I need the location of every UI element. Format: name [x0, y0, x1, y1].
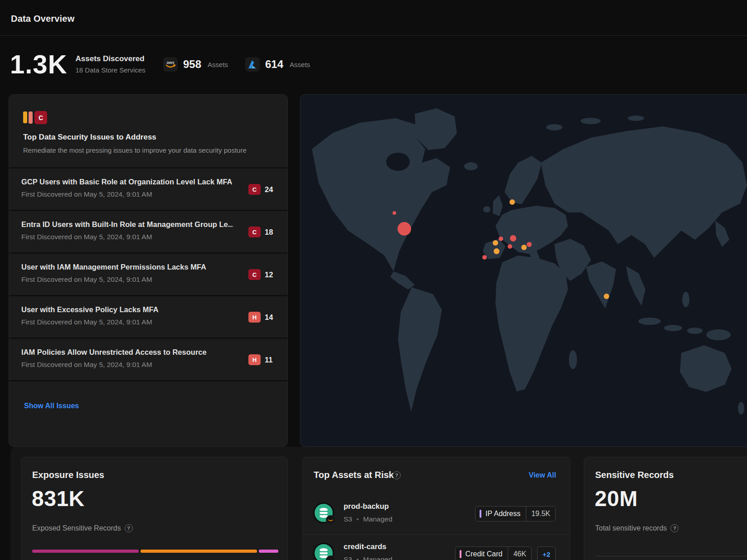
exposure-card-title: Exposure Issues [32, 470, 104, 480]
datastore-icon [313, 543, 334, 560]
severity-badge: C [248, 227, 261, 237]
issue-first-discovered: First Discovered on May 5, 2024, 9:01 AM [21, 318, 233, 326]
issue-first-discovered: First Discovered on May 5, 2024, 9:01 AM [21, 361, 233, 369]
map-location-dot[interactable] [398, 222, 411, 236]
azure-assets-count: 614 [265, 58, 283, 71]
issue-title: IAM Policies Allow Unrestricted Access t… [21, 348, 233, 357]
severity-stack-icon: C [23, 111, 50, 125]
map-location-dot[interactable] [509, 199, 515, 205]
more-classifications-chip[interactable]: +2 [537, 546, 556, 560]
issue-count: 11 [265, 356, 272, 364]
map-location-dot[interactable] [494, 248, 500, 254]
chip-count: 19.5K [526, 507, 555, 521]
aws-assets-count: 958 [183, 58, 201, 71]
issue-texts: GCP Users with Basic Role at Organizatio… [21, 178, 233, 198]
sensitive-card-title: Sensitive Records [595, 470, 674, 480]
world-map [301, 95, 747, 447]
map-location-dot[interactable] [510, 235, 516, 241]
aws-assets-unit: Assets [208, 61, 228, 68]
view-all-link[interactable]: View All [529, 471, 556, 479]
help-icon[interactable] [125, 524, 133, 532]
map-location-dot[interactable] [604, 294, 609, 299]
aws-provider-badge-icon [326, 555, 335, 560]
aws-icon: aws [163, 57, 178, 72]
map-location-dot[interactable] [527, 242, 532, 247]
issue-count: 24 [265, 185, 273, 194]
classification-chip[interactable]: IP Address19.5K [475, 506, 556, 521]
azure-assets-unit: Assets [290, 61, 310, 68]
assets-discovered-stat: 1.3K Assets Discovered 18 Data Store Ser… [10, 49, 146, 79]
exposure-bar-segment [32, 550, 139, 553]
issue-row[interactable]: Entra ID Users with Built-In Role at Man… [9, 211, 287, 252]
issue-texts: User with IAM Management Permissions Lac… [21, 263, 233, 284]
data-overview-page: { "header": { "title": "Data Overview" }… [0, 0, 747, 560]
top-assets-at-risk-card: Top Assets at Risk View All prod-backupS… [302, 457, 570, 560]
asset-name: prod-backup [344, 502, 389, 511]
chip-label: IP Address [481, 510, 526, 518]
datastore-icon [313, 502, 334, 523]
issues-card-footer: Show All Issues [9, 381, 287, 447]
exposure-value: 831K [32, 486, 85, 511]
page-title: Data Overview [11, 14, 74, 24]
azure-icon [245, 57, 260, 72]
asset-service: S3 [344, 515, 352, 523]
azure-assets-stat: 614 Assets [245, 57, 310, 72]
issue-count: 12 [265, 270, 273, 279]
asset-chips: Credit Card46K+2 [455, 546, 556, 560]
sensitive-label: Total sensitive records [595, 524, 667, 532]
asset-row[interactable]: prod-backupS3ManagedIP Address19.5K [303, 494, 570, 534]
chip-label: Credit Card [461, 550, 508, 558]
asset-status: Managed [363, 515, 393, 523]
map-location-dot[interactable] [499, 237, 503, 241]
show-all-issues-link[interactable]: Show All Issues [24, 402, 79, 410]
issue-first-discovered: First Discovered on May 5, 2024, 9:01 AM [21, 190, 233, 198]
issue-texts: IAM Policies Allow Unrestricted Access t… [21, 348, 233, 369]
issue-first-discovered: First Discovered on May 5, 2024, 9:01 AM [21, 233, 233, 241]
map-location-dot[interactable] [482, 255, 487, 260]
issues-card-title: Top Data Security Issues to Address [23, 133, 273, 142]
top-security-issues-card: C Top Data Security Issues to Address Re… [9, 94, 288, 447]
help-icon[interactable] [393, 471, 401, 479]
issue-row[interactable]: IAM Policies Allow Unrestricted Access t… [9, 339, 287, 380]
exposure-distribution-bar [32, 550, 278, 553]
critical-badge-icon: C [34, 111, 47, 124]
asset-row[interactable]: credit-cardsS3ManagedCredit Card46K+2 [303, 534, 570, 560]
assets-discovered-label: Assets Discovered [76, 54, 146, 63]
exposure-issues-card: Exposure Issues 831K Exposed Sensitive R… [21, 457, 288, 560]
issue-row[interactable]: User with IAM Management Permissions Lac… [9, 254, 287, 295]
issue-count: 18 [265, 228, 273, 237]
classification-chip[interactable]: Credit Card46K [455, 546, 532, 560]
exposure-bar-segment [259, 550, 278, 553]
map-location-dot[interactable] [508, 244, 512, 249]
dot-separator-icon [357, 518, 359, 520]
asset-status: Managed [363, 555, 393, 560]
severity-badge: H [248, 312, 261, 323]
asset-meta: S3Managed [344, 555, 393, 560]
issue-texts: User with Excessive Policy Lacks MFAFirs… [21, 305, 233, 326]
sensitive-records-card: Sensitive Records 20M Total sensitive re… [584, 457, 747, 560]
issues-card-header: C Top Data Security Issues to Address Re… [9, 95, 287, 167]
issue-title: GCP Users with Basic Role at Organizatio… [21, 178, 233, 186]
aws-provider-badge-icon [326, 515, 335, 525]
world-map-card [300, 94, 747, 447]
divider [596, 556, 747, 556]
aws-assets-stat: aws 958 Assets [163, 57, 228, 72]
map-location-dot[interactable] [493, 240, 498, 246]
sensitive-value: 20M [595, 486, 638, 511]
issue-title: Entra ID Users with Built-In Role at Man… [21, 220, 233, 229]
assets-card-title: Top Assets at Risk [314, 470, 394, 480]
asset-chips: IP Address19.5K [475, 506, 556, 521]
issue-row[interactable]: User with Excessive Policy Lacks MFAFirs… [9, 296, 287, 338]
map-location-dot[interactable] [521, 245, 527, 250]
issue-texts: Entra ID Users with Built-In Role at Man… [21, 220, 233, 241]
issue-title: User with IAM Management Permissions Lac… [21, 263, 233, 271]
exposure-label: Exposed Sensitive Records [32, 524, 121, 532]
svg-text:aws: aws [166, 60, 174, 65]
severity-badge: C [248, 269, 261, 280]
map-location-dot[interactable] [393, 211, 396, 215]
issue-row[interactable]: GCP Users with Basic Role at Organizatio… [9, 169, 287, 210]
severity-badge: H [248, 354, 261, 365]
asset-meta: S3Managed [344, 515, 393, 523]
help-icon[interactable] [670, 524, 679, 532]
issues-list: GCP Users with Basic Role at Organizatio… [9, 169, 287, 380]
